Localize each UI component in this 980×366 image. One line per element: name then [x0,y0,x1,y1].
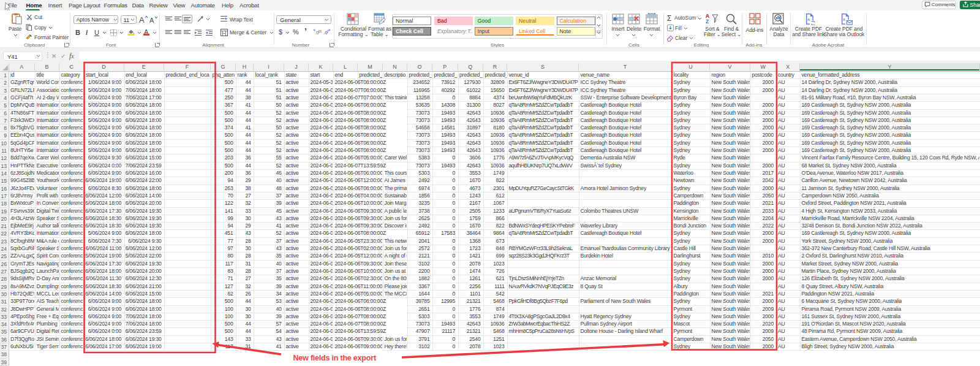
svg-text:New fields in the export: New fields in the export [293,354,377,362]
